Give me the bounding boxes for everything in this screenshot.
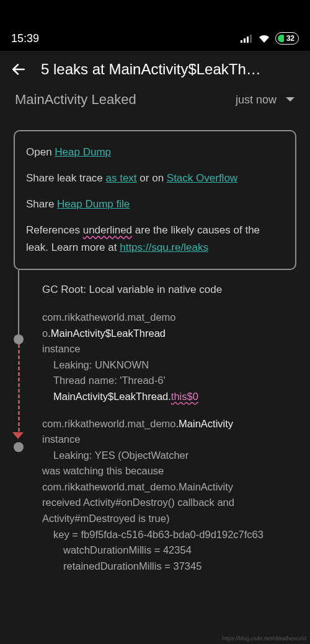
trace-instance: instance — [42, 343, 80, 354]
trace-pkg: com.rikkatheworld.mat_demo — [42, 311, 176, 323]
trace-connector-solid — [18, 270, 19, 337]
learn-more-link[interactable]: https://squ.re/leaks — [120, 242, 208, 253]
trace-key: key = fb9f5fda-c516-4b63-bda0-d9d192c7fc… — [42, 527, 296, 543]
back-arrow-icon[interactable] — [10, 61, 27, 78]
trace-leaking: Leaking: UNKNOWN — [42, 357, 296, 373]
main-content: Open Heap Dump Share leak trace as text … — [0, 114, 310, 574]
clock-time: 15:39 — [11, 32, 39, 45]
trace-node-dot — [14, 334, 24, 344]
trace-thread: Thread name: 'Thread-6' — [42, 373, 296, 389]
watermark: https://blog.csdn.net/rikkatheworld — [222, 635, 306, 642]
gc-root-label: GC Root: Local variable in native code — [42, 284, 296, 296]
heap-dump-link[interactable]: Heap Dump — [55, 146, 111, 158]
trace-ref-field: this$0 — [171, 391, 198, 402]
svg-rect-2 — [247, 37, 249, 43]
trace-leaking: Leaking: YES (ObjectWatcher — [42, 448, 296, 464]
trace-ref-prefix: MainActivity$LeakThread. — [53, 391, 171, 402]
share-file-prefix: Share — [26, 198, 57, 210]
trace-entry: com.rikkatheworld.mat_demo.MainActivity … — [42, 416, 296, 575]
top-black-band — [0, 0, 310, 26]
underlined-word: underlined — [83, 224, 132, 236]
battery-percent: 32 — [286, 34, 294, 43]
trace-entry: com.rikkatheworld.mat_demo o.MainActivit… — [42, 310, 296, 404]
or-on-text: or on — [137, 172, 167, 184]
leak-trace: GC Root: Local variable in native code c… — [14, 284, 296, 574]
chevron-down-icon — [285, 97, 295, 103]
trace-connector-dashed — [18, 344, 20, 437]
trace-retained: retainedDurationMillis = 37345 — [42, 559, 296, 575]
trace-pkg-cont: o — [42, 328, 48, 339]
signal-icon — [241, 34, 253, 43]
leak-title: MainActivity Leaked — [15, 92, 226, 108]
open-prefix: Open — [26, 146, 55, 158]
app-bar: 5 leaks at MainActivity$LeakTh… — [0, 51, 310, 88]
trace-watch: watchDurationMillis = 42354 — [42, 542, 296, 559]
as-text-link[interactable]: as text — [106, 172, 137, 184]
sub-header-row: MainActivity Leaked just now — [0, 88, 310, 114]
status-bar: 15:39 32 — [0, 26, 310, 51]
svg-rect-0 — [241, 40, 242, 43]
trace-text: com.rikkatheworld.mat_demo.MainActivity — [42, 481, 233, 492]
svg-rect-3 — [250, 35, 252, 43]
battery-indicator: 32 — [275, 32, 299, 45]
dropdown-selected-label: just now — [236, 94, 277, 107]
heap-dump-file-link[interactable]: Heap Dump file — [57, 198, 130, 210]
trace-node-dot — [14, 442, 24, 452]
trace-text: received Activity#onDestroy() callback a… — [42, 497, 234, 508]
status-right: 32 — [241, 32, 299, 45]
trace-class: .MainActivity — [176, 418, 234, 429]
trace-pkg: com.rikkatheworld.mat_demo — [42, 418, 176, 429]
trace-text: Activity#mDestroyed is true) — [42, 513, 169, 524]
trace-text: was watching this because — [42, 465, 164, 476]
time-dropdown[interactable]: just now — [236, 94, 295, 107]
ref-prefix: References — [26, 224, 83, 236]
info-box: Open Heap Dump Share leak trace as text … — [14, 130, 296, 270]
stack-overflow-link[interactable]: Stack Overflow — [167, 172, 237, 184]
page-title: 5 leaks at MainActivity$LeakTh… — [41, 61, 300, 78]
trace-class: .MainActivity$LeakThread — [48, 328, 166, 339]
wifi-icon — [258, 33, 270, 43]
trace-instance: instance — [42, 433, 80, 445]
trace-arrow-icon — [12, 432, 24, 439]
share-trace-prefix: Share leak trace — [26, 172, 106, 184]
svg-rect-1 — [244, 38, 246, 43]
